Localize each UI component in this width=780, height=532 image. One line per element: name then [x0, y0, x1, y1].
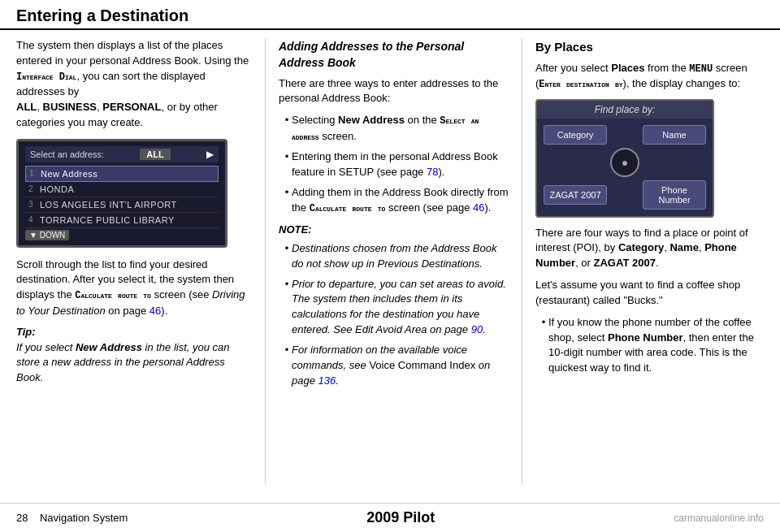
nav-header-label: Select an address: — [30, 149, 104, 159]
down-icon: ▼ DOWN — [25, 230, 69, 240]
right-bullet-list: If you know the phone number of the coff… — [548, 315, 764, 376]
find-place-grid: Category Name ● ZAGAT 2007 Phone Number — [537, 119, 713, 216]
mid-intro: There are three ways to enter addresses … — [279, 76, 509, 107]
nav-screen: Select an address: ALL ▶ 1 New Address 2… — [16, 139, 228, 248]
page-footer: 28 Navigation System 2009 Pilot carmanua… — [0, 503, 780, 532]
fp-zagat-btn: ZAGAT 2007 — [544, 185, 607, 205]
tip-box: Tip: If you select New Address in the li… — [16, 326, 252, 387]
footer-center: 2009 Pilot — [366, 509, 435, 526]
left-intro: The system then displays a list of the p… — [16, 38, 252, 131]
nav-list-item-4: 4 TORRANCE PUBLIC LIBRARY — [25, 213, 219, 228]
find-place-dial-icon: ● — [610, 148, 639, 177]
mid-bullet-2: Entering them in the personal Address Bo… — [292, 149, 509, 180]
mid-bullet-1: Selecting New Address on the Select an a… — [292, 113, 509, 145]
find-place-screen: Find place by: Category Name ● ZAGAT 200… — [535, 99, 714, 218]
nav-system-label: Navigation System — [40, 512, 128, 524]
nav-list-item-1: 1 New Address — [25, 166, 219, 182]
scroll-text: Scroll through the list to find your des… — [16, 257, 252, 319]
right-bullet-1: If you know the phone number of the coff… — [548, 315, 764, 376]
col-left: The system then displays a list of the p… — [16, 38, 252, 484]
nav-down-btn: ▼ DOWN — [25, 230, 219, 240]
right-tip: Let's assume you want to find a coffee s… — [535, 278, 764, 309]
col-mid: Adding Addresses to the Personal Address… — [265, 38, 509, 484]
note-3: For information on the available voice c… — [292, 343, 509, 389]
note-1: Destinations chosen from the Address Boo… — [292, 241, 509, 272]
right-body1: There are four ways to find a place or p… — [535, 226, 764, 272]
fp-category-btn: Category — [544, 125, 607, 145]
note-title: NOTE: — [279, 223, 509, 238]
nav-arrow-icon: ▶ — [206, 149, 214, 160]
fp-name-btn: Name — [643, 125, 706, 145]
mid-bullet-list: Selecting New Address on the Select an a… — [292, 113, 509, 216]
footer-left: 28 Navigation System — [16, 512, 128, 524]
nav-list-item-3: 3 LOS ANGELES INT'L AIRPORT — [25, 197, 219, 213]
note-2: Prior to departure, you can set areas to… — [292, 277, 509, 338]
interface-dial-text: Interface Dial — [16, 71, 76, 83]
nav-header-value: ALL — [140, 149, 170, 160]
footer-right: carmanualonline.info — [674, 513, 764, 524]
mid-bullet-3: Adding them in the Address Book directly… — [292, 185, 509, 216]
page-number: 28 — [16, 512, 28, 524]
col-right: By Places After you select Places from t… — [522, 38, 764, 484]
right-intro: After you select Places from the MENU sc… — [535, 61, 764, 93]
nav-screen-header: Select an address: ALL ▶ — [25, 146, 219, 162]
nav-list-item-2: 2 HONDA — [25, 182, 219, 197]
note-list: Destinations chosen from the Address Boo… — [292, 241, 509, 389]
mid-section-title: Adding Addresses to the Personal Address… — [279, 38, 509, 71]
fp-phone-btn: Phone Number — [643, 180, 706, 210]
page-header: Entering a Destination — [0, 0, 780, 30]
find-place-header: Find place by: — [537, 101, 713, 119]
main-content: The system then displays a list of the p… — [0, 30, 780, 492]
right-section-title: By Places — [535, 38, 764, 56]
page-title: Entering a Destination — [16, 6, 764, 25]
